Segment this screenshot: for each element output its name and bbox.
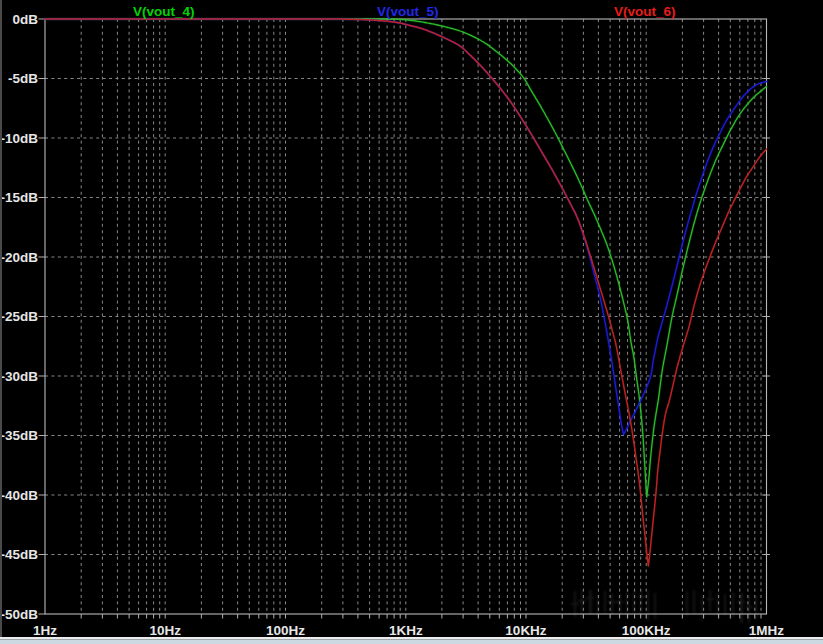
svg-text:10KHz: 10KHz [505, 623, 547, 638]
svg-text:-35dB: -35dB [0, 428, 38, 443]
svg-text:1Hz: 1Hz [33, 623, 57, 638]
svg-text:1MHz: 1MHz [749, 623, 785, 638]
svg-text:-45dB: -45dB [0, 547, 38, 562]
svg-text:100Hz: 100Hz [266, 623, 305, 638]
svg-text:100KHz: 100KHz [622, 623, 671, 638]
svg-text:1KHz: 1KHz [389, 623, 423, 638]
svg-text:-5dB: -5dB [8, 71, 38, 86]
svg-text:-30dB: -30dB [0, 369, 38, 384]
svg-text:-40dB: -40dB [0, 488, 38, 503]
svg-text:-25dB: -25dB [0, 309, 38, 324]
svg-text:-50dB: -50dB [0, 607, 38, 622]
svg-text:0dB: 0dB [12, 12, 38, 27]
svg-text:-10dB: -10dB [0, 131, 38, 146]
svg-text:V(vout_6): V(vout_6) [614, 4, 676, 19]
svg-text:-20dB: -20dB [0, 250, 38, 265]
svg-text:V(vout_4): V(vout_4) [133, 4, 195, 19]
svg-text:V(vout_5): V(vout_5) [377, 4, 439, 19]
svg-text:10Hz: 10Hz [149, 623, 181, 638]
svg-text:-15dB: -15dB [0, 190, 38, 205]
